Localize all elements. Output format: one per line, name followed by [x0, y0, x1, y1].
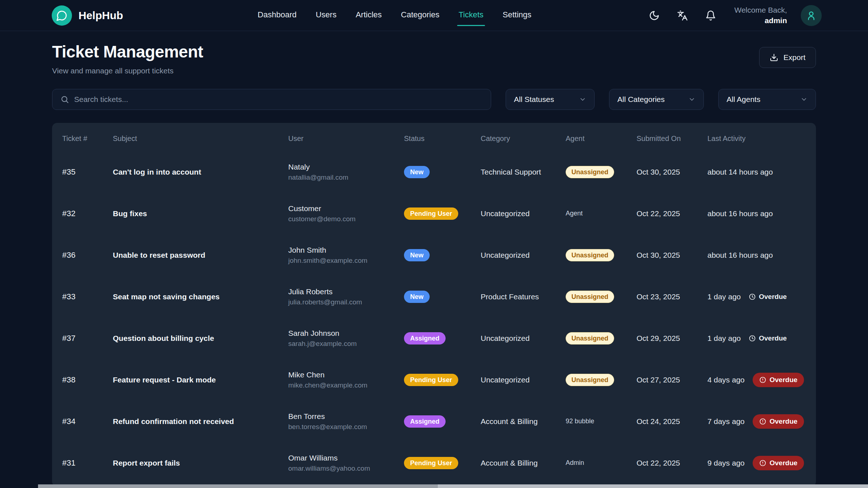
export-button[interactable]: Export: [759, 47, 816, 68]
nav-users[interactable]: Users: [315, 7, 337, 25]
table-row[interactable]: #32 Bug fixes Customer customer@demo.com…: [52, 193, 816, 234]
ticket-category: Uncategorized: [481, 209, 566, 218]
ticket-number: #31: [62, 458, 113, 468]
user-email: natallia@gmail.com: [288, 174, 404, 181]
ticket-category: Product Features: [481, 292, 566, 301]
col-header-ticket: Ticket #: [62, 134, 113, 143]
tickets-table: Ticket # Subject User Status Category Ag…: [52, 123, 816, 487]
alert-circle-icon: [759, 418, 766, 425]
agent-cell: 92 bubble: [566, 418, 637, 425]
agent-unassigned-badge: Unassigned: [566, 332, 614, 344]
table-row[interactable]: #34 Refund confirmation not received Ben…: [52, 401, 816, 442]
overdue-label: Overdue: [759, 334, 787, 342]
ticket-category: Account & Billing: [481, 459, 566, 467]
alert-circle-icon: [759, 376, 766, 384]
col-header-agent: Agent: [566, 134, 637, 143]
scrollbar-thumb[interactable]: [38, 484, 438, 488]
download-icon: [770, 53, 778, 62]
welcome-text: Welcome Back,: [735, 5, 787, 15]
last-activity-cell: about 16 hours ago: [707, 209, 812, 218]
agent-cell: Unassigned: [566, 374, 637, 386]
status-cell: Pending User: [404, 207, 481, 220]
agent-cell: Admin: [566, 459, 637, 467]
overdue-badge: Overdue: [753, 414, 804, 429]
user-name: John Smith: [288, 246, 404, 254]
status-cell: New: [404, 249, 481, 261]
topbar-actions: Welcome Back, admin: [647, 5, 822, 26]
user-email: mike.chen@example.com: [288, 381, 404, 389]
brand-name: HelpHub: [78, 9, 123, 22]
status-cell: Assigned: [404, 415, 481, 428]
search-icon: [60, 95, 69, 104]
agent-name: 92 bubble: [566, 418, 594, 425]
nav-tickets[interactable]: Tickets: [458, 7, 484, 25]
ticket-category: Uncategorized: [481, 376, 566, 384]
agent-filter-dropdown[interactable]: All Agents: [718, 89, 816, 110]
status-filter-value: All Statuses: [514, 95, 554, 104]
search-box[interactable]: [52, 89, 491, 110]
ticket-number: #33: [62, 292, 113, 301]
user-cell: John Smith john.smith@example.com: [288, 246, 404, 265]
user-email: customer@demo.com: [288, 215, 404, 223]
nav-articles[interactable]: Articles: [355, 7, 382, 25]
last-activity-time: 1 day ago: [707, 334, 741, 343]
overdue-indicator: Overdue: [749, 293, 787, 301]
table-row[interactable]: #35 Can't log in into account Nataly nat…: [52, 151, 816, 193]
col-header-user: User: [288, 134, 404, 143]
page-header: Ticket Management View and manage all su…: [52, 42, 816, 75]
table-row[interactable]: #37 Question about billing cycle Sarah J…: [52, 317, 816, 359]
ticket-number: #32: [62, 209, 113, 218]
agent-filter-value: All Agents: [727, 95, 760, 104]
agent-cell: Unassigned: [566, 249, 637, 261]
overdue-badge: Overdue: [753, 373, 804, 387]
dark-mode-icon[interactable]: [647, 8, 661, 23]
table-row[interactable]: #31 Report export fails Omar Williams om…: [52, 442, 816, 484]
nav-categories[interactable]: Categories: [400, 7, 440, 25]
user-avatar[interactable]: [801, 5, 822, 26]
user-cell: Mike Chen mike.chen@example.com: [288, 371, 404, 389]
last-activity-cell: 7 days ago Overdue: [707, 414, 812, 429]
ticket-subject: Report export fails: [113, 459, 288, 467]
horizontal-scrollbar[interactable]: [38, 484, 868, 488]
status-cell: New: [404, 166, 481, 178]
category-filter-dropdown[interactable]: All Categories: [609, 89, 704, 110]
nav-settings[interactable]: Settings: [502, 7, 532, 25]
user-cell: Nataly natallia@gmail.com: [288, 163, 404, 181]
ticket-category: Uncategorized: [481, 251, 566, 260]
table-row[interactable]: #36 Unable to reset password John Smith …: [52, 234, 816, 276]
table-row[interactable]: #38 Feature request - Dark mode Mike Che…: [52, 359, 816, 401]
user-name: Omar Williams: [288, 454, 404, 462]
agent-unassigned-badge: Unassigned: [566, 166, 614, 178]
status-cell: Pending User: [404, 374, 481, 386]
last-activity-time: 7 days ago: [707, 417, 745, 426]
status-badge: Assigned: [404, 415, 446, 428]
user-email: omar.williams@yahoo.com: [288, 465, 404, 472]
status-filter-dropdown[interactable]: All Statuses: [506, 89, 595, 110]
alert-circle-icon: [759, 459, 766, 467]
ticket-category: Uncategorized: [481, 334, 566, 343]
table-row[interactable]: #33 Seat map not saving changes Julia Ro…: [52, 276, 816, 317]
nav-dashboard[interactable]: Dashboard: [257, 7, 297, 25]
search-input[interactable]: [74, 95, 483, 104]
agent-cell: Unassigned: [566, 291, 637, 303]
ticket-subject: Question about billing cycle: [113, 334, 288, 343]
col-header-subject: Subject: [113, 134, 288, 143]
last-activity-time: about 16 hours ago: [707, 251, 773, 260]
filter-bar: All Statuses All Categories All Agents: [52, 89, 816, 110]
col-header-category: Category: [481, 134, 566, 143]
clock-icon: [749, 335, 756, 342]
page-subtitle: View and manage all support tickets: [52, 67, 816, 75]
status-cell: Pending User: [404, 457, 481, 469]
overdue-label: Overdue: [770, 459, 797, 467]
user-cell: Julia Roberts julia.roberts@gmail.com: [288, 287, 404, 306]
overdue-label: Overdue: [770, 376, 797, 384]
agent-unassigned-badge: Unassigned: [566, 291, 614, 303]
status-badge: New: [404, 291, 430, 303]
brand[interactable]: HelpHub: [52, 5, 123, 26]
agent-cell: Agent: [566, 210, 637, 217]
language-icon[interactable]: [675, 8, 690, 23]
bell-icon[interactable]: [703, 8, 718, 23]
agent-unassigned-badge: Unassigned: [566, 249, 614, 261]
ticket-subject: Seat map not saving changes: [113, 292, 288, 301]
ticket-subject: Can't log in into account: [113, 168, 288, 176]
